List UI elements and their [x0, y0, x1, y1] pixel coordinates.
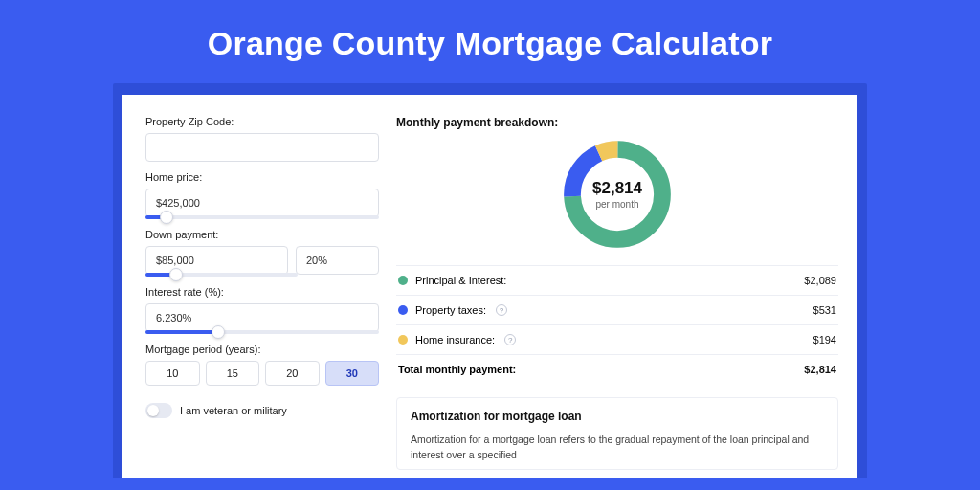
- amortization-body: Amortization for a mortgage loan refers …: [411, 433, 824, 463]
- mortgage-period-label: Mortgage period (years):: [145, 344, 379, 355]
- amortization-card: Amortization for mortgage loan Amortizat…: [396, 397, 838, 470]
- legend-dot-taxes: [398, 305, 408, 315]
- donut-amount: $2,814: [592, 179, 642, 198]
- total-value: $2,814: [804, 364, 836, 375]
- breakdown-value: $2,089: [804, 275, 836, 286]
- interest-rate-slider-thumb[interactable]: [212, 325, 225, 339]
- down-payment-slider-thumb[interactable]: [169, 268, 183, 281]
- zip-label: Property Zip Code:: [145, 116, 379, 127]
- zip-input[interactable]: [145, 133, 379, 162]
- donut-sub: per month: [595, 199, 638, 210]
- home-price-input[interactable]: [145, 189, 379, 217]
- info-icon[interactable]: ?: [504, 334, 516, 345]
- home-price-slider-thumb[interactable]: [160, 211, 173, 224]
- interest-rate-input[interactable]: [145, 303, 379, 332]
- breakdown-row-taxes: Property taxes:?$531: [396, 296, 838, 325]
- interest-rate-slider[interactable]: [145, 330, 379, 334]
- breakdown-label: Property taxes:: [415, 304, 486, 316]
- down-payment-amount-input[interactable]: [145, 246, 288, 275]
- field-down-payment: Down payment:: [145, 229, 379, 277]
- legend-dot-principal: [398, 276, 408, 285]
- home-price-slider[interactable]: [145, 215, 379, 219]
- breakdown-label: Principal & Interest:: [415, 275, 506, 286]
- veteran-toggle-knob: [147, 405, 159, 416]
- breakdown-value: $194: [813, 334, 836, 345]
- page-title: Orange County Mortgage Calculator: [0, 0, 980, 83]
- payment-donut-chart: $2,814 per month: [558, 135, 677, 254]
- info-icon[interactable]: ?: [496, 304, 507, 316]
- field-zip: Property Zip Code:: [145, 116, 379, 162]
- breakdown-title: Monthly payment breakdown:: [396, 116, 838, 129]
- legend-dot-insurance: [398, 335, 408, 345]
- period-btn-10[interactable]: 10: [145, 361, 200, 386]
- period-btn-15[interactable]: 15: [206, 361, 260, 386]
- veteran-row: I am veteran or military: [145, 403, 379, 418]
- period-btn-20[interactable]: 20: [265, 361, 320, 386]
- down-payment-label: Down payment:: [145, 229, 379, 240]
- interest-rate-slider-fill: [145, 330, 218, 334]
- veteran-toggle[interactable]: [145, 403, 172, 418]
- period-btn-30[interactable]: 30: [325, 361, 380, 386]
- down-payment-percent-input[interactable]: [296, 246, 379, 275]
- donut-wrap: $2,814 per month: [396, 135, 838, 254]
- field-mortgage-period: Mortgage period (years): 10152030: [145, 344, 379, 386]
- total-label: Total monthly payment:: [398, 364, 516, 375]
- amortization-title: Amortization for mortgage loan: [411, 410, 824, 423]
- field-home-price: Home price:: [145, 171, 379, 219]
- mortgage-period-options: 10152030: [145, 361, 379, 386]
- calculator-card: Property Zip Code: Home price: Down paym…: [122, 95, 858, 478]
- field-interest-rate: Interest rate (%):: [145, 286, 379, 334]
- veteran-label: I am veteran or military: [180, 405, 287, 416]
- down-payment-slider[interactable]: [145, 273, 298, 277]
- breakdown-row-total: Total monthly payment:$2,814: [396, 355, 838, 384]
- breakdown-panel: Monthly payment breakdown: $2,814 per mo…: [396, 116, 838, 462]
- inputs-panel: Property Zip Code: Home price: Down paym…: [145, 116, 379, 462]
- card-shadow: Property Zip Code: Home price: Down paym…: [113, 83, 867, 478]
- breakdown-value: $531: [813, 304, 836, 316]
- home-price-label: Home price:: [145, 171, 379, 183]
- breakdown-rows: Principal & Interest:$2,089Property taxe…: [396, 265, 838, 384]
- breakdown-row-insurance: Home insurance:?$194: [396, 325, 838, 355]
- breakdown-label: Home insurance:: [415, 334, 495, 345]
- interest-rate-label: Interest rate (%):: [145, 286, 379, 298]
- breakdown-row-principal: Principal & Interest:$2,089: [396, 266, 838, 296]
